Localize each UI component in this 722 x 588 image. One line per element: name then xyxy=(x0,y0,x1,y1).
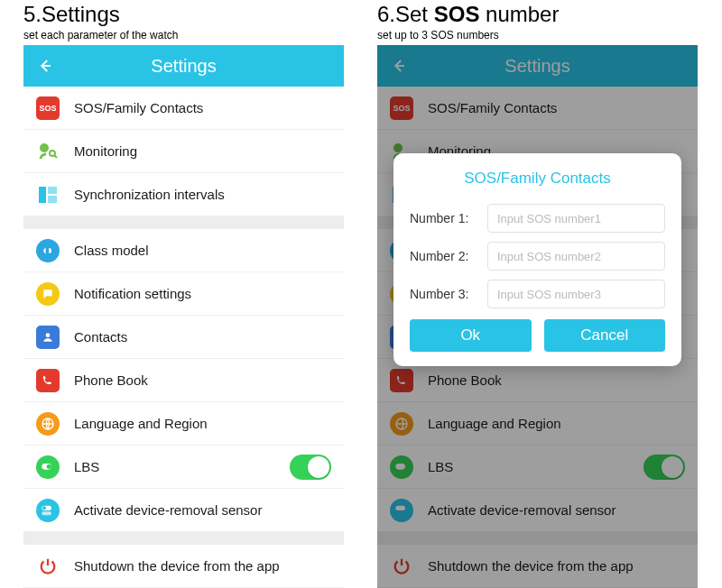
row-label: SOS/Family Contacts xyxy=(74,100,203,115)
row-label: Monitoring xyxy=(74,143,137,159)
lbs-icon xyxy=(390,455,413,479)
modal-title: SOS/Family Contacts xyxy=(410,170,665,188)
panel-heading-left: 5.Settings xyxy=(23,2,120,27)
row-label: LBS xyxy=(428,459,453,474)
app-header: Settings xyxy=(23,45,344,87)
svg-point-11 xyxy=(42,506,46,510)
back-button[interactable] xyxy=(390,57,408,75)
row-removal-sensor: Activate device-removal sensor xyxy=(377,489,698,532)
svg-rect-19 xyxy=(395,464,405,470)
row-language-region[interactable]: Language and Region xyxy=(23,402,344,446)
removal-sensor-icon xyxy=(390,499,413,522)
row-label: LBS xyxy=(74,459,99,474)
row-label: Language and Region xyxy=(428,416,561,431)
panel-heading-right: 6.Set SOS number xyxy=(377,2,559,27)
row-notification-settings[interactable]: Notification settings xyxy=(23,272,344,316)
row-label: Language and Region xyxy=(74,416,208,431)
row-lbs[interactable]: LBS xyxy=(23,446,344,489)
panel-subheading-left: set each parameter of the watch xyxy=(23,29,178,41)
phone-sos-modal-screen: Settings SOS SOS/Family Contacts Monitor… xyxy=(377,45,698,588)
shutdown-icon xyxy=(36,555,60,578)
row-sos-family: SOS SOS/Family Contacts xyxy=(377,87,698,130)
row-contacts[interactable]: Contacts xyxy=(23,316,344,359)
sos-icon: SOS xyxy=(36,96,60,120)
header-title: Settings xyxy=(504,56,569,77)
removal-sensor-icon xyxy=(36,499,60,522)
sync-intervals-icon xyxy=(36,183,60,207)
row-sos-family[interactable]: SOS SOS/Family Contacts xyxy=(23,87,344,130)
svg-point-0 xyxy=(40,143,49,152)
sos-field-2: Number 2: xyxy=(410,242,665,271)
row-lbs: LBS xyxy=(377,446,698,489)
field-label: Number 3: xyxy=(410,287,487,301)
phone-book-icon xyxy=(390,369,413,392)
sos-input-3[interactable] xyxy=(487,280,665,308)
field-label: Number 1: xyxy=(410,211,487,225)
header-title: Settings xyxy=(151,56,216,77)
sos-input-2[interactable] xyxy=(487,242,665,271)
app-header: Settings xyxy=(377,45,698,87)
heading-bold: SOS xyxy=(434,2,480,26)
svg-point-9 xyxy=(47,464,51,468)
lbs-toggle xyxy=(643,455,685,480)
field-label: Number 2: xyxy=(410,249,487,263)
sos-modal: SOS/Family Contacts Number 1: Number 2: … xyxy=(393,153,681,366)
row-label: Activate device-removal sensor xyxy=(428,502,616,518)
svg-rect-4 xyxy=(48,187,57,194)
row-class-model[interactable]: Class model xyxy=(23,229,344,272)
section-divider xyxy=(23,532,344,545)
row-phone-book[interactable]: Phone Book xyxy=(23,359,344,402)
row-shutdown: Shutdown the device from the app xyxy=(377,545,698,588)
svg-rect-12 xyxy=(42,511,51,515)
svg-rect-5 xyxy=(48,196,57,203)
back-button[interactable] xyxy=(36,57,54,75)
row-sync-intervals[interactable]: Synchronization intervals xyxy=(23,173,344,216)
row-label: SOS/Family Contacts xyxy=(428,100,557,115)
arrow-left-icon xyxy=(391,58,407,74)
arrow-left-icon xyxy=(37,58,53,74)
sos-icon: SOS xyxy=(390,96,413,120)
row-label: Class model xyxy=(74,243,149,258)
row-label: Shutdown the device from the app xyxy=(74,558,280,574)
language-icon xyxy=(390,412,413,436)
heading-suffix: number xyxy=(479,2,559,26)
lbs-toggle[interactable] xyxy=(290,455,331,480)
sos-input-1[interactable] xyxy=(487,204,665,233)
section-divider xyxy=(377,532,698,545)
row-label: Phone Book xyxy=(74,372,148,388)
row-label: Notification settings xyxy=(74,286,191,301)
sos-field-3: Number 3: xyxy=(410,280,665,308)
svg-rect-3 xyxy=(39,187,46,203)
lbs-icon xyxy=(36,455,60,479)
row-label: Contacts xyxy=(74,329,127,345)
section-divider xyxy=(23,216,344,229)
row-shutdown[interactable]: Shutdown the device from the app xyxy=(23,545,344,588)
svg-line-2 xyxy=(54,155,57,158)
phone-settings-screen: Settings SOS SOS/Family Contacts Monitor… xyxy=(23,45,344,588)
row-label: Activate device-removal sensor xyxy=(74,502,262,518)
row-removal-sensor[interactable]: Activate device-removal sensor xyxy=(23,489,344,532)
ok-button[interactable]: Ok xyxy=(410,319,532,352)
row-monitoring[interactable]: Monitoring xyxy=(23,130,344,173)
row-language-region: Language and Region xyxy=(377,402,698,446)
cancel-button[interactable]: Cancel xyxy=(544,319,666,352)
contacts-icon xyxy=(36,326,60,349)
row-label: Phone Book xyxy=(428,372,502,388)
heading-prefix: 6.Set xyxy=(377,2,434,26)
language-icon xyxy=(36,412,60,436)
svg-rect-20 xyxy=(395,505,405,510)
sos-field-1: Number 1: xyxy=(410,204,665,233)
row-label: Shutdown the device from the app xyxy=(428,558,634,574)
monitoring-icon xyxy=(36,140,60,163)
svg-point-13 xyxy=(393,143,403,152)
notification-icon xyxy=(36,282,60,306)
row-label: Synchronization intervals xyxy=(74,187,225,202)
panel-subheading-right: set up to 3 SOS numbers xyxy=(377,29,499,41)
class-model-icon xyxy=(36,239,60,262)
phone-book-icon xyxy=(36,369,60,392)
shutdown-icon xyxy=(390,555,413,578)
svg-point-6 xyxy=(46,333,51,337)
